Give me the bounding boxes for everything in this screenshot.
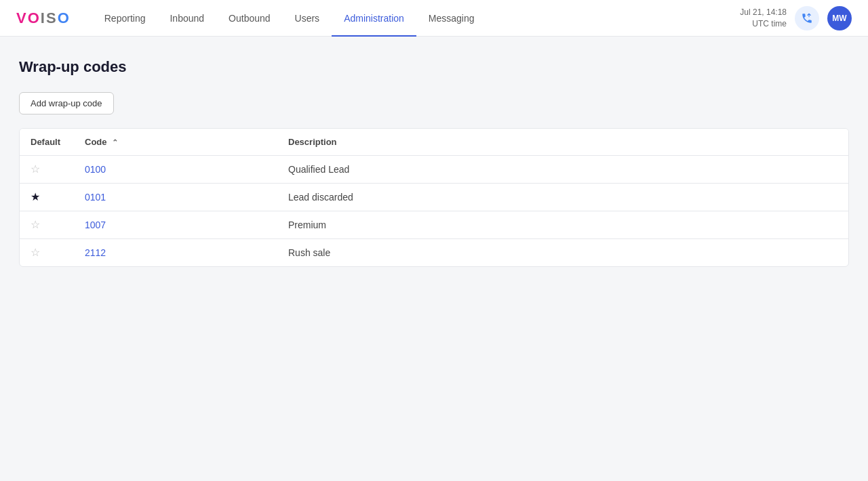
cell-code-row-2112: 2112 xyxy=(74,239,277,267)
datetime-line1: Jul 21, 14:18 xyxy=(740,7,787,18)
cell-description-row-2112: Rush sale xyxy=(277,239,848,267)
wrap-up-codes-table: Default Code ⌃ Description ☆0100Qualifie… xyxy=(19,128,849,267)
cell-description-row-0100: Qualified Lead xyxy=(277,156,848,184)
cell-code-row-0100: 0100 xyxy=(74,156,277,184)
phone-icon xyxy=(801,12,813,24)
code-link-row-2112[interactable]: 2112 xyxy=(85,247,106,258)
header-right: Jul 21, 14:18 UTC time MW xyxy=(740,6,852,30)
col-code[interactable]: Code ⌃ xyxy=(74,129,277,156)
call-icon-button[interactable] xyxy=(795,6,819,30)
table-row: ★0101Lead discarded xyxy=(20,184,848,211)
cell-default-row-0101: ★ xyxy=(20,184,74,211)
nav-item-messaging[interactable]: Messaging xyxy=(416,0,487,37)
nav-item-reporting[interactable]: Reporting xyxy=(92,0,158,37)
header: VOISO Reporting Inbound Outbound Users A… xyxy=(0,0,868,37)
cell-code-row-0101: 0101 xyxy=(74,184,277,211)
nav-item-users[interactable]: Users xyxy=(283,0,332,37)
col-default: Default xyxy=(20,129,74,156)
col-description: Description xyxy=(277,129,848,156)
table-header-row: Default Code ⌃ Description xyxy=(20,129,848,156)
star-icon-row-0100[interactable]: ☆ xyxy=(31,163,40,175)
cell-default-row-2112: ☆ xyxy=(20,239,74,267)
main-nav: Reporting Inbound Outbound Users Adminis… xyxy=(92,0,741,37)
code-link-row-0100[interactable]: 0100 xyxy=(85,164,106,175)
user-avatar[interactable]: MW xyxy=(827,6,852,30)
datetime-line2: UTC time xyxy=(740,18,787,30)
table-row: ☆2112Rush sale xyxy=(20,239,848,267)
star-icon-row-1007[interactable]: ☆ xyxy=(31,219,40,230)
table-row: ☆1007Premium xyxy=(20,211,848,239)
nav-item-administration[interactable]: Administration xyxy=(332,0,416,37)
nav-item-outbound[interactable]: Outbound xyxy=(216,0,283,37)
cell-description-row-1007: Premium xyxy=(277,211,848,239)
star-icon-row-0101[interactable]: ★ xyxy=(31,191,40,203)
nav-item-inbound[interactable]: Inbound xyxy=(157,0,216,37)
cell-description-row-0101: Lead discarded xyxy=(277,184,848,211)
table-row: ☆0100Qualified Lead xyxy=(20,156,848,184)
cell-code-row-1007: 1007 xyxy=(74,211,277,239)
sort-indicator-code: ⌃ xyxy=(112,138,118,146)
main-content: Wrap-up codes Add wrap-up code Default C… xyxy=(0,37,868,289)
code-link-row-0101[interactable]: 0101 xyxy=(85,192,106,203)
datetime: Jul 21, 14:18 UTC time xyxy=(740,7,787,30)
page-title: Wrap-up codes xyxy=(19,58,849,76)
star-icon-row-2112[interactable]: ☆ xyxy=(31,247,40,258)
logo[interactable]: VOISO xyxy=(16,9,71,27)
cell-default-row-1007: ☆ xyxy=(20,211,74,239)
cell-default-row-0100: ☆ xyxy=(20,156,74,184)
add-wrap-up-code-button[interactable]: Add wrap-up code xyxy=(19,92,114,114)
code-link-row-1007[interactable]: 1007 xyxy=(85,219,106,230)
